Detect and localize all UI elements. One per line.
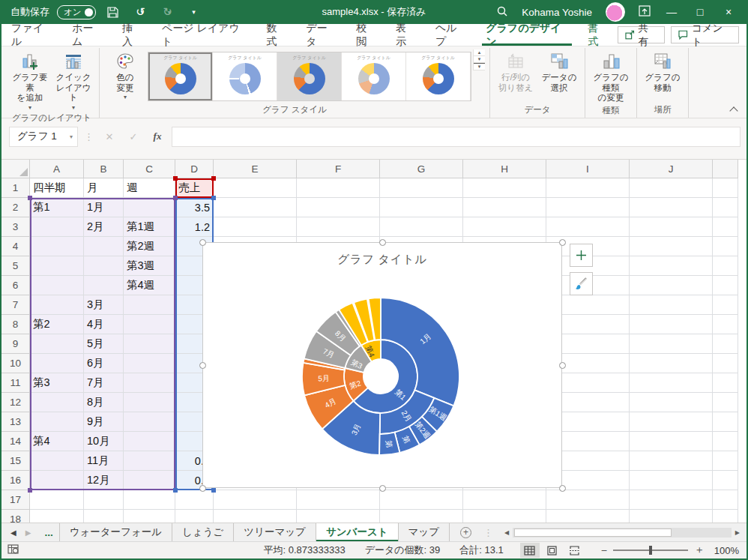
quick-access-customize-icon[interactable]: ▾ — [184, 4, 204, 20]
cell-undefined1[interactable] — [713, 178, 738, 198]
ribbon-display-options-icon[interactable] — [639, 5, 651, 19]
row-header-3[interactable]: 3 — [1, 217, 30, 237]
chart-resize-handle[interactable] — [379, 485, 386, 492]
cell-F3[interactable] — [297, 217, 380, 237]
row-header-8[interactable]: 8 — [1, 315, 30, 334]
cell-undefined4[interactable] — [713, 237, 738, 256]
ribbon-tab-1[interactable]: ホーム — [62, 24, 112, 46]
ribbon-tab-7[interactable]: 表示 — [386, 24, 426, 46]
cell-B18[interactable] — [84, 510, 124, 523]
cell-C13[interactable] — [124, 412, 175, 432]
cell-A6[interactable] — [30, 276, 84, 295]
gallery-more-icon[interactable]: ▾ — [474, 63, 485, 70]
cell-B13[interactable]: 9月 — [84, 412, 124, 432]
horizontal-scrollbar[interactable]: ◀ ▶ — [501, 523, 747, 541]
cell-A10[interactable] — [30, 354, 84, 373]
column-header-A[interactable]: A — [30, 160, 84, 178]
prev-sheet-icon[interactable]: ◀ — [10, 529, 16, 537]
scroll-right-icon[interactable]: ▶ — [732, 529, 744, 536]
row-header-7[interactable]: 7 — [1, 295, 30, 315]
cell-C3[interactable]: 第1週 — [124, 217, 175, 237]
quick-layout-button[interactable]: クイック レイアウト ▾ — [52, 49, 94, 111]
cell-undefined15[interactable] — [713, 451, 738, 471]
cell-C15[interactable] — [124, 451, 175, 471]
page-layout-view-button[interactable] — [543, 543, 562, 558]
chart-resize-handle[interactable] — [559, 239, 566, 246]
row-header-13[interactable]: 13 — [1, 412, 30, 432]
ribbon-tab-4[interactable]: 数式 — [256, 24, 296, 46]
cell-J12[interactable] — [630, 393, 713, 412]
cell-undefined11[interactable] — [713, 373, 738, 393]
minimize-button[interactable]: — — [664, 6, 679, 18]
cell-I17[interactable] — [546, 490, 630, 510]
cell-C8[interactable] — [124, 315, 175, 334]
status-average[interactable]: 平均: 0.873333333 — [264, 544, 346, 557]
cell-F17[interactable] — [297, 490, 380, 510]
normal-view-button[interactable] — [520, 543, 540, 558]
cell-undefined12[interactable] — [713, 393, 738, 412]
search-icon[interactable] — [496, 5, 508, 19]
column-header-F[interactable]: F — [297, 160, 380, 178]
cell-C7[interactable] — [124, 295, 175, 315]
row-header-14[interactable]: 14 — [1, 432, 30, 451]
chart-resize-handle[interactable] — [199, 239, 206, 246]
sheet-tab-3[interactable]: ツリーマップ — [234, 523, 316, 541]
cell-J8[interactable] — [630, 315, 713, 334]
row-header-15[interactable]: 15 — [1, 451, 30, 471]
row-header-2[interactable]: 2 — [1, 198, 30, 217]
redo-button[interactable]: ↻▾ — [157, 4, 177, 20]
zoom-slider[interactable] — [613, 550, 688, 551]
cell-J18[interactable] — [630, 510, 713, 523]
ribbon-tab-10[interactable]: 書式 — [578, 24, 618, 46]
cell-D3[interactable]: 1.2 — [175, 217, 214, 237]
gallery-scroll-up-icon[interactable]: ▴ — [474, 49, 485, 56]
collapse-ribbon-icon[interactable] — [730, 106, 738, 113]
column-header-G[interactable]: G — [380, 160, 463, 178]
ribbon-tab-9[interactable]: グラフのデザイン — [476, 24, 578, 46]
sheet-tab-2[interactable]: しょうご — [172, 523, 234, 541]
cell-undefined7[interactable] — [713, 295, 738, 315]
sheet-tab-1[interactable]: ウォーターフォール — [60, 523, 172, 541]
cell-B1[interactable]: 月 — [84, 178, 124, 198]
row-header-4[interactable]: 4 — [1, 237, 30, 256]
cell-B3[interactable]: 2月 — [84, 217, 124, 237]
cell-F18[interactable] — [297, 510, 380, 523]
cell-C10[interactable] — [124, 354, 175, 373]
cell-E2[interactable] — [214, 198, 297, 217]
cell-C11[interactable] — [124, 373, 175, 393]
cell-A4[interactable] — [30, 237, 84, 256]
cell-E3[interactable] — [214, 217, 297, 237]
cell-undefined8[interactable] — [713, 315, 738, 334]
cell-B8[interactable]: 4月 — [84, 315, 124, 334]
share-button[interactable]: 共有 — [618, 26, 665, 43]
cell-A13[interactable] — [30, 412, 84, 432]
cell-B4[interactable] — [84, 237, 124, 256]
chart-style-thumbnail-1[interactable]: グラフ タイトル — [148, 52, 213, 100]
cell-J15[interactable] — [630, 451, 713, 471]
select-all-button[interactable] — [1, 160, 30, 178]
chart-elements-button[interactable] — [570, 244, 593, 267]
cell-J9[interactable] — [630, 334, 713, 354]
cell-C1[interactable]: 週 — [124, 178, 175, 198]
column-header-C[interactable]: C — [124, 160, 175, 178]
cell-F2[interactable] — [297, 198, 380, 217]
row-header-9[interactable]: 9 — [1, 334, 30, 354]
cell-H2[interactable] — [463, 198, 546, 217]
cell-C6[interactable]: 第4週 — [124, 276, 175, 295]
status-sum[interactable]: 合計: 13.1 — [459, 544, 504, 557]
zoom-in-button[interactable]: ＋ — [694, 544, 705, 557]
cell-C14[interactable] — [124, 432, 175, 451]
cell-D17[interactable] — [175, 490, 214, 510]
zoom-out-button[interactable]: − — [601, 544, 607, 556]
cell-B12[interactable]: 8月 — [84, 393, 124, 412]
row-header-11[interactable]: 11 — [1, 373, 30, 393]
comments-button[interactable]: コメント — [671, 26, 739, 43]
column-header-B[interactable]: B — [84, 160, 124, 178]
cell-undefined10[interactable] — [713, 354, 738, 373]
chart-style-thumbnail-5[interactable]: グラフ タイトル — [406, 52, 471, 100]
cell-A7[interactable] — [30, 295, 84, 315]
cell-A16[interactable] — [30, 471, 84, 490]
column-header-D[interactable]: D — [175, 160, 214, 178]
scroll-left-icon[interactable]: ◀ — [501, 529, 513, 536]
chart-resize-handle[interactable] — [559, 485, 566, 492]
